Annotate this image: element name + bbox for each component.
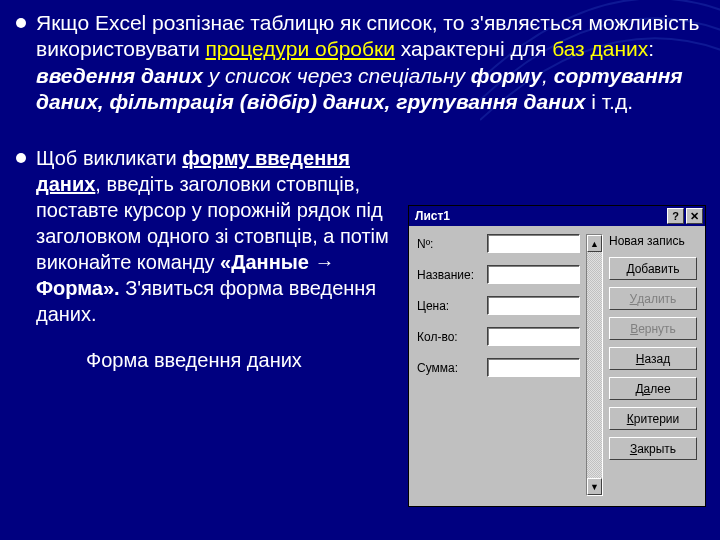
p1-b1: введення даних <box>36 64 203 87</box>
prev-button[interactable]: Назад <box>609 347 697 370</box>
field-row-sum: Сумма: <box>417 358 580 377</box>
p2-arrow: → <box>315 251 335 273</box>
p1-mid4: , <box>542 64 554 87</box>
paragraph-1: Якщо Excel розпізнає таблицю як список, … <box>36 10 704 115</box>
bullet-dot <box>16 18 26 28</box>
p2-lead: Щоб викликати <box>36 147 182 169</box>
field-label-qty: Кол-во: <box>417 330 481 344</box>
field-row-no: Nº: <box>417 234 580 253</box>
close-button[interactable]: ✕ <box>686 208 703 224</box>
dialog-title: Лист1 <box>415 209 450 223</box>
field-label-price: Цена: <box>417 299 481 313</box>
p1-mid1: характерні для <box>395 37 552 60</box>
buttons-column: Новая запись Добавить Удалить Вернуть На… <box>609 234 697 496</box>
bullet-dot <box>16 153 26 163</box>
p1-db: баз даних <box>552 37 648 60</box>
field-row-name: Название: <box>417 265 580 284</box>
p1-link: процедури обробки <box>205 37 395 60</box>
field-input-no[interactable] <box>487 234 580 253</box>
field-input-name[interactable] <box>487 265 580 284</box>
field-label-name: Название: <box>417 268 481 282</box>
fields-column: Nº: Название: Цена: Кол-во: Сумма: <box>417 234 580 496</box>
excel-form-dialog: Лист1 ? ✕ Nº: Название: Цена: <box>408 205 706 507</box>
field-label-sum: Сумма: <box>417 361 481 375</box>
dialog-titlebar: Лист1 ? ✕ <box>409 206 705 226</box>
next-button[interactable]: Далее <box>609 377 697 400</box>
paragraph-1-block: Якщо Excel розпізнає таблицю як список, … <box>16 10 704 115</box>
paragraph-2-block: Щоб викликати форму введення даних, введ… <box>16 145 398 327</box>
restore-button[interactable]: Вернуть <box>609 317 697 340</box>
p2-cmd1: «Данные <box>220 251 314 273</box>
p1-mid2: : <box>648 37 654 60</box>
add-button[interactable]: Добавить <box>609 257 697 280</box>
field-label-no: Nº: <box>417 237 481 251</box>
p1-b2: форму <box>471 64 542 87</box>
criteria-button[interactable]: Критерии <box>609 407 697 430</box>
delete-button[interactable]: Удалить <box>609 287 697 310</box>
p1-mid3: у список через спеціальну <box>203 64 471 87</box>
field-row-qty: Кол-во: <box>417 327 580 346</box>
scroll-down-button[interactable]: ▼ <box>587 478 602 495</box>
field-input-qty[interactable] <box>487 327 580 346</box>
scroll-up-button[interactable]: ▲ <box>587 235 602 252</box>
form-caption: Форма введення даних <box>16 349 398 372</box>
paragraph-2: Щоб викликати форму введення даних, введ… <box>36 145 398 327</box>
record-scrollbar[interactable]: ▲ ▼ <box>586 234 603 496</box>
field-input-sum[interactable] <box>487 358 580 377</box>
help-button[interactable]: ? <box>667 208 684 224</box>
field-row-price: Цена: <box>417 296 580 315</box>
field-input-price[interactable] <box>487 296 580 315</box>
record-status: Новая запись <box>609 234 697 250</box>
scroll-track[interactable] <box>587 252 602 478</box>
p1-tail: і т.д. <box>585 90 633 113</box>
p2-cmd2: Форма». <box>36 277 120 299</box>
close-form-button[interactable]: Закрыть <box>609 437 697 460</box>
